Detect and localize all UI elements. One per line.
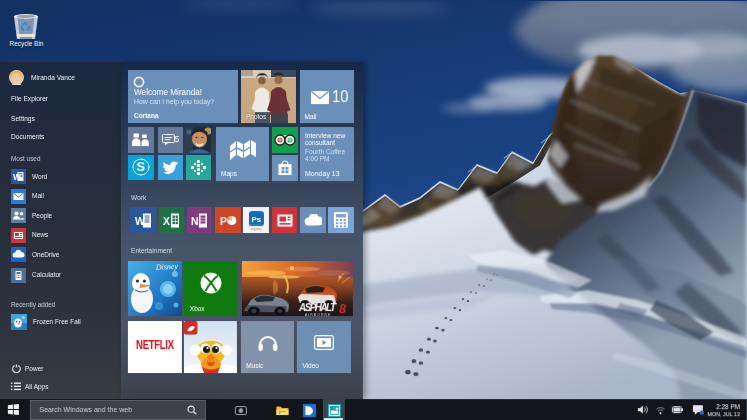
svg-text:ASPHALT: ASPHALT xyxy=(298,302,337,313)
svg-text:8: 8 xyxy=(339,301,347,316)
svg-text:S: S xyxy=(136,160,145,175)
svg-text:P: P xyxy=(220,214,227,226)
svg-text:X: X xyxy=(163,214,170,226)
svg-text:N: N xyxy=(191,214,199,226)
svg-text:W: W xyxy=(135,214,145,226)
svg-text:AIRBORNE: AIRBORNE xyxy=(305,312,331,316)
svg-text:Disney: Disney xyxy=(154,261,178,272)
svg-text:W: W xyxy=(13,172,22,182)
